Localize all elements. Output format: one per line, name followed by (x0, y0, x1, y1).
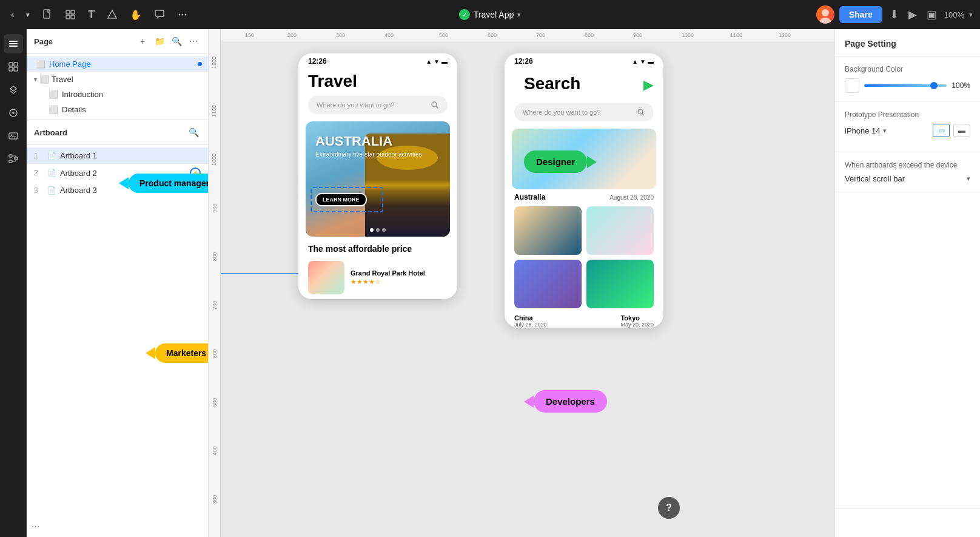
ocean-bg (586, 260, 654, 308)
exceed-section: When artboards exceed the device Vertica… (835, 152, 980, 192)
artboard-label-2: Artboard 2 (60, 169, 97, 178)
back-button[interactable]: ‹ (7, 7, 18, 22)
learn-more-btn[interactable]: LEARN MORE (315, 193, 367, 206)
left-panel: Page + 📁 🔍 ⋯ ⬜ Home Page ▾ ⬜ Travel ⬜ In… (27, 29, 209, 537)
shapes-button[interactable] (103, 7, 121, 22)
prototype-icon-btn[interactable] (4, 103, 23, 123)
marketers-bubble[interactable]: Marketers (155, 343, 209, 363)
play-button[interactable]: ▶ (906, 5, 919, 24)
tree-child-details[interactable]: ⬜ Details (27, 102, 208, 117)
dot-1 (370, 228, 374, 232)
portrait-btn[interactable]: ▭ (933, 124, 950, 137)
ruler-mark-1100: 1100 (730, 32, 742, 38)
ruler-mark-1000-v: 1000 (212, 154, 218, 166)
artboard-label-3: Artboard 3 (60, 186, 97, 195)
svg-point-9 (185, 14, 187, 16)
dropdown-button[interactable]: ▾ (22, 8, 33, 21)
ruler-mark-900-v: 900 (212, 203, 218, 212)
ruler-mark-800-v: 800 (212, 252, 218, 261)
device-select-row: iPhone 14 ▾ ▭ ▬ (845, 124, 970, 137)
exceed-label: When artboards exceed the device (845, 161, 970, 169)
ruler-mark-600-v: 600 (212, 349, 218, 358)
product-manager-bubble[interactable]: Product manager (129, 174, 209, 193)
svg-rect-16 (14, 62, 18, 66)
components-icon-btn[interactable] (4, 80, 23, 100)
tree-child-introduction[interactable]: ⬜ Introduction (27, 87, 208, 102)
layers-icon-btn[interactable] (4, 34, 23, 53)
svg-rect-6 (155, 10, 164, 16)
toolbar-right: Share ⬇ ▶ ▣ 100% ▾ (816, 5, 973, 24)
page-item-home[interactable]: ⬜ Home Page (27, 56, 208, 72)
hero-subtitle: Extraordinary five-star outdoor activiti… (315, 150, 422, 158)
artboard-item-1[interactable]: 1 📄 Artboard 1 (27, 147, 208, 164)
help-button[interactable]: ? (658, 497, 680, 519)
more-pages-button[interactable]: ⋯ (186, 34, 201, 49)
share-button[interactable]: Share (839, 6, 882, 23)
hand-button[interactable]: ✋ (126, 7, 146, 23)
layout-button[interactable] (61, 7, 79, 22)
hotel-img-bg (308, 261, 344, 294)
phone-frame-2: 12:26 ▲ ▼ ▬ Search ▶ Where do you want t… (505, 53, 663, 328)
app-title: Travel App (474, 10, 514, 19)
color-slider-container[interactable] (864, 84, 947, 87)
prototype-label: Prototype Presentation (845, 110, 970, 119)
flow-icon-btn[interactable] (4, 149, 23, 169)
dest2-info: China July 28, 2020 (514, 314, 547, 328)
svg-point-8 (182, 14, 184, 16)
svg-point-10 (822, 9, 829, 16)
assets-icon-btn[interactable] (4, 57, 23, 76)
designer-bubble[interactable]: Designer (524, 150, 587, 173)
exceed-select-row[interactable]: Vertical scroll bar ▾ (845, 174, 970, 183)
user-avatar[interactable] (816, 5, 834, 24)
dest3-name: Tokyo (620, 314, 654, 322)
title-dropdown-arrow[interactable]: ▾ (517, 11, 521, 19)
dest1-name: Australia (514, 193, 545, 201)
phone1-search-bar[interactable]: Where do you want to go? (308, 96, 448, 114)
canvas-area[interactable]: 150 200 300 400 500 600 700 800 900 1000… (209, 29, 834, 537)
add-page-button[interactable]: + (135, 34, 150, 49)
hero-text: AUSTRALIA Extraordinary five-star outdoo… (315, 133, 422, 158)
dest2-date: July 28, 2020 (514, 322, 547, 328)
extra-button[interactable] (173, 7, 192, 22)
search-icon-2 (637, 108, 645, 117)
phone1-status-bar: 12:26 ▲ ▼ ▬ (298, 53, 457, 69)
ruler-mark-600: 600 (488, 32, 497, 38)
affordable-section: The most affordable price (298, 237, 457, 256)
marketers-comment[interactable]: Marketers (146, 343, 209, 363)
image-icon-btn[interactable] (4, 126, 23, 146)
folder-button[interactable]: 📁 (152, 34, 167, 49)
svg-rect-15 (9, 62, 13, 66)
svg-rect-14 (9, 41, 18, 42)
phone1-title: Travel (298, 69, 457, 96)
zoom-chevron[interactable]: ▾ (969, 11, 973, 19)
search-placeholder-1: Where do you want to go? (317, 101, 427, 109)
bg-color-section: Background Color 100% (835, 56, 980, 102)
svg-rect-3 (66, 15, 70, 19)
panel-button[interactable]: ▣ (924, 5, 939, 24)
phone2-search-bar[interactable]: Where do you want to go? (514, 103, 654, 121)
color-swatch[interactable] (845, 78, 859, 93)
search-pages-button[interactable]: 🔍 (169, 34, 184, 49)
designer-comment[interactable]: Designer (524, 150, 597, 173)
slider-thumb[interactable] (930, 82, 938, 89)
dest-grid (505, 204, 663, 311)
developers-bubble[interactable]: Developers (534, 390, 607, 413)
tokyo-card (586, 206, 654, 255)
color-slider[interactable] (864, 84, 947, 87)
download-button[interactable]: ⬇ (887, 5, 901, 24)
zoom-label[interactable]: 100% (944, 10, 964, 19)
search-artboards-button[interactable]: 🔍 (186, 125, 201, 140)
product-manager-comment[interactable]: Product manager (119, 174, 209, 193)
page-icon-intro: ⬜ (49, 90, 58, 99)
text-button[interactable]: T (84, 6, 98, 24)
device-select-dropdown[interactable]: iPhone 14 ▾ (845, 126, 887, 135)
svg-rect-24 (9, 160, 12, 163)
landscape-btn[interactable]: ▬ (953, 124, 970, 137)
more-options-button[interactable]: ··· (32, 521, 39, 532)
comment-button-toolbar[interactable] (150, 7, 169, 22)
developers-arrow-icon (524, 396, 534, 408)
file-button[interactable] (38, 7, 56, 22)
developers-comment[interactable]: Developers (524, 390, 607, 413)
designer-arrow-icon (587, 156, 597, 168)
tree-parent-travel[interactable]: ▾ ⬜ Travel (27, 72, 208, 87)
